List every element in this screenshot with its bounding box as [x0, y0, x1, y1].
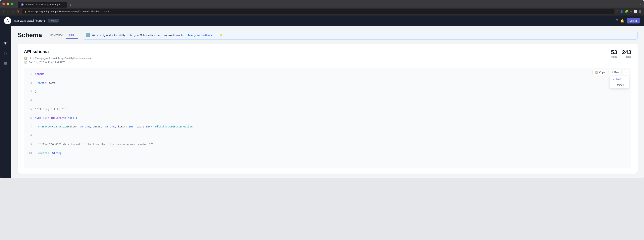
- line-num-5: 5: [28, 107, 32, 111]
- tab-sdl[interactable]: SDL: [66, 32, 78, 39]
- minimize-button[interactable]: [6, 2, 9, 5]
- page-header: Schema Reference SDL ℹ️ We recently adde…: [18, 31, 638, 40]
- download-icon: ⬇: [611, 71, 613, 74]
- tab-close-button[interactable]: ×: [62, 3, 64, 6]
- app-header: A star-wars-swapi / current PUBLIC ? 🔔 L…: [0, 15, 644, 26]
- line-content-9: """The ISO 8601 date format of the time …: [35, 142, 154, 146]
- tab-title: Schema | Star Wars@current | S: [25, 3, 60, 6]
- types-stat: 53 types: [611, 49, 617, 58]
- header-actions: ? 🔔 Log in: [616, 18, 640, 23]
- info-icon: ℹ️: [86, 33, 90, 37]
- check-icon: ✓: [613, 78, 615, 81]
- back-button[interactable]: ‹: [2, 9, 5, 14]
- code-line-7: 7 characterConnection(after: String, bef…: [28, 124, 627, 129]
- svg-point-0: [5, 42, 6, 44]
- tab-reference[interactable]: Reference: [47, 32, 66, 39]
- info-banner: ℹ️ We recently added the ability to filt…: [83, 31, 638, 40]
- raw-label: Raw: [614, 71, 619, 74]
- puzzle-icon[interactable]: 🧩: [625, 10, 628, 13]
- svg-point-2: [6, 43, 7, 43]
- line-content-5: """A single film.""": [35, 107, 66, 111]
- line-content-2: query: Root: [35, 81, 56, 85]
- account-icon[interactable]: 👤: [620, 10, 623, 13]
- tab-nav: Reference SDL: [47, 32, 78, 39]
- url-text: studio.apollographql.com/public/star-war…: [28, 10, 109, 13]
- schema-card: API schema 📋 https://swapi-graphql.netli…: [18, 44, 638, 174]
- browser-titlebar: A Schema | Star Wars@current | S × + ⌄: [0, 0, 644, 7]
- main-layout: ⌂ ▷ ☰: [0, 26, 644, 178]
- line-num-10: 10: [28, 151, 32, 155]
- toolbar-actions: 🛡 👤 🧩 ▭ ⬜ ☰: [616, 10, 642, 13]
- code-toolbar: 📋 Copy ⬇ Raw ⌄: [592, 70, 629, 75]
- feedback-link[interactable]: hear your feedback: [188, 34, 212, 37]
- new-tab-button[interactable]: +: [68, 3, 73, 7]
- line-content-1: schema {: [35, 72, 48, 76]
- notifications-button[interactable]: 🔔: [620, 19, 624, 23]
- page-content: Schema Reference SDL ℹ️ We recently adde…: [11, 26, 644, 178]
- dropdown-json-label: JSON: [617, 84, 624, 87]
- tab-favicon: A: [21, 3, 24, 6]
- types-label: types: [612, 55, 617, 58]
- line-num-6: 6: [28, 116, 32, 120]
- code-line-1: 1schema {: [28, 72, 627, 76]
- raw-button[interactable]: ⬇ Raw: [608, 70, 622, 75]
- schema-url: https://swapi-graphql.netlify.app/.netli…: [29, 57, 91, 60]
- line-num-3: 3: [28, 89, 32, 94]
- dropdown-json-item[interactable]: JSON: [610, 82, 629, 88]
- browser-tabs: A Schema | Star Wars@current | S × +: [18, 0, 632, 7]
- code-line-9: 9 """The ISO 8601 date format of the tim…: [28, 142, 627, 146]
- shield-icon: 🛡: [616, 10, 618, 13]
- fields-count: 243: [622, 49, 631, 55]
- format-dropdown-button[interactable]: ⌄: [623, 70, 629, 75]
- bookmark-button[interactable]: 🔖: [16, 9, 21, 14]
- code-line-6: 6type Film implements Node {: [28, 116, 627, 120]
- format-dropdown-menu: ✓ Raw JSON: [609, 76, 629, 89]
- schema-card-header: API schema 📋 https://swapi-graphql.netli…: [24, 49, 631, 64]
- window-controls-icon: ⌄: [639, 2, 642, 6]
- line-content-10: created: String: [35, 151, 62, 155]
- sidebar-item-explorer[interactable]: ▷: [2, 50, 9, 57]
- clock-icon: 🕐: [24, 61, 27, 64]
- schema-stats: 53 types 243 fields: [611, 49, 631, 58]
- line-num-4: 4: [28, 98, 32, 103]
- lock-icon: 🔒: [24, 10, 27, 13]
- address-bar[interactable]: 🔒 studio.apollographql.com/public/star-w…: [22, 9, 614, 14]
- dropdown-chevron-icon: ⌄: [625, 71, 627, 74]
- app-logo: A: [4, 17, 11, 24]
- banner-text-after: .: [214, 34, 215, 37]
- app-content: A star-wars-swapi / current PUBLIC ? 🔔 L…: [0, 15, 644, 178]
- copy-button[interactable]: 📋 Copy: [592, 70, 607, 75]
- refresh-button[interactable]: ↻: [10, 9, 14, 14]
- pip-icon[interactable]: ⬜: [634, 10, 638, 13]
- copy-label: Copy: [599, 71, 605, 74]
- svg-point-1: [4, 43, 4, 43]
- maximize-button[interactable]: [11, 2, 13, 5]
- banner-text-before: We recently added the ability to filter …: [92, 34, 184, 37]
- code-line-8: 8: [28, 133, 627, 138]
- line-content-7: characterConnection(after: String, befor…: [35, 124, 193, 129]
- dropdown-raw-item[interactable]: ✓ Raw: [610, 76, 629, 82]
- sidebar-item-docs[interactable]: ☰: [2, 60, 9, 67]
- sidebar-item-graph[interactable]: [2, 39, 9, 47]
- forward-button[interactable]: ›: [6, 9, 9, 14]
- line-num-7: 7: [28, 124, 32, 129]
- schema-url-row: 📋 https://swapi-graphql.netlify.app/.net…: [24, 57, 91, 60]
- fields-label: fields: [626, 55, 631, 58]
- menu-icon[interactable]: ☰: [639, 10, 642, 13]
- schema-date-row: 🕐 Sep 11, 2020 at 12:44 PM PDT: [24, 61, 91, 64]
- code-line-10: 10 created: String: [28, 151, 627, 155]
- schema-info: API schema 📋 https://swapi-graphql.netli…: [24, 49, 91, 64]
- code-viewer: 📋 Copy ⬇ Raw ⌄: [24, 68, 631, 168]
- help-button[interactable]: ?: [616, 19, 618, 22]
- close-button[interactable]: [2, 2, 5, 5]
- schema-meta: 📋 https://swapi-graphql.netlify.app/.net…: [24, 57, 91, 64]
- active-tab[interactable]: A Schema | Star Wars@current | S ×: [18, 1, 67, 7]
- login-button[interactable]: Log in: [627, 18, 640, 23]
- sidebar-item-home[interactable]: ⌂: [2, 29, 9, 36]
- fields-stat: 243 fields: [622, 49, 631, 58]
- schema-card-title: API schema: [24, 49, 91, 54]
- sidebar-toggle-icon[interactable]: ▭: [630, 10, 632, 13]
- app-org-label: star-wars-swapi / current: [14, 19, 45, 22]
- line-content-3: }: [35, 89, 37, 94]
- code-line-2: 2 query: Root: [28, 81, 627, 85]
